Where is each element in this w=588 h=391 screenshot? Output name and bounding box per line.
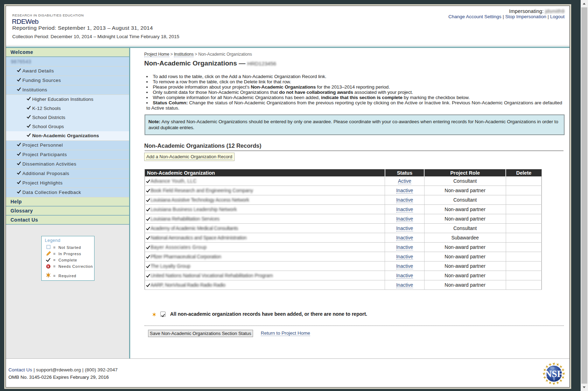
svg-text:NSF: NSF xyxy=(545,369,563,379)
